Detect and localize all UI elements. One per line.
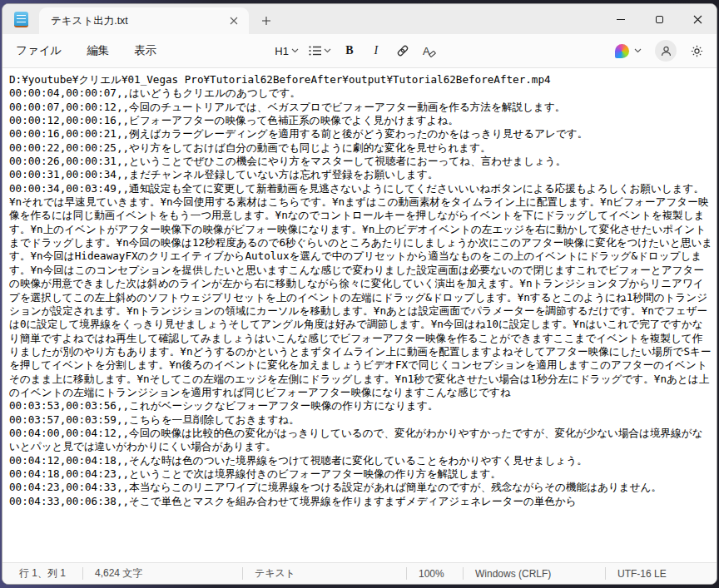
chevron-down-icon bbox=[291, 48, 299, 53]
status-doc-type: テキスト bbox=[243, 563, 406, 584]
minimize-icon bbox=[617, 19, 625, 20]
menu-toolbar: ファイル 編集 表示 H1 B I bbox=[2, 34, 717, 68]
close-icon bbox=[693, 15, 702, 24]
svg-text:A: A bbox=[423, 45, 430, 57]
bullet-list-icon bbox=[309, 46, 321, 56]
tab-title: テキスト出力.txt bbox=[51, 14, 226, 28]
notepad-app-icon bbox=[14, 12, 28, 27]
status-bar: 行 1、列 1 4,624 文字 テキスト 100% Windows (CRLF… bbox=[2, 562, 717, 584]
clear-formatting-icon: A bbox=[422, 44, 436, 58]
bold-button[interactable]: B bbox=[338, 39, 361, 62]
status-cursor-position: 行 1、列 1 bbox=[2, 563, 82, 584]
clear-formatting-button[interactable]: A bbox=[418, 39, 441, 62]
italic-label: I bbox=[374, 44, 379, 57]
link-icon bbox=[395, 43, 410, 58]
maximize-button[interactable] bbox=[640, 4, 678, 34]
tab-text-output[interactable]: テキスト出力.txt bbox=[39, 7, 249, 34]
status-encoding[interactable]: UTF-16 LE bbox=[606, 563, 717, 584]
heading-style-label: H1 bbox=[275, 45, 289, 57]
copilot-button[interactable] bbox=[610, 41, 647, 62]
editor-text[interactable]: D:¥youtube¥クリエル¥01_Vegas Pro¥Tutorial62B… bbox=[9, 73, 713, 508]
tab-bar: テキスト出力.txt bbox=[2, 4, 717, 34]
insert-link-button[interactable] bbox=[391, 39, 414, 62]
tab-close-icon[interactable] bbox=[226, 12, 242, 29]
heading-style-button[interactable]: H1 bbox=[271, 39, 302, 62]
account-button[interactable] bbox=[655, 40, 677, 62]
editor-area[interactable]: D:¥youtube¥クリエル¥01_Vegas Pro¥Tutorial62B… bbox=[2, 68, 717, 562]
close-button[interactable] bbox=[678, 4, 717, 34]
menu-view[interactable]: 表示 bbox=[126, 38, 165, 63]
format-toolbar: H1 B I bbox=[271, 39, 441, 62]
status-line-ending[interactable]: Windows (CRLF) bbox=[464, 563, 605, 584]
chevron-down-icon bbox=[634, 48, 642, 53]
bold-label: B bbox=[345, 44, 353, 57]
status-zoom-level[interactable]: 100% bbox=[407, 563, 463, 584]
gear-icon bbox=[690, 44, 704, 58]
chevron-down-icon bbox=[324, 48, 331, 53]
settings-button[interactable] bbox=[685, 39, 708, 62]
italic-button[interactable]: I bbox=[364, 39, 388, 62]
window-controls bbox=[602, 4, 717, 34]
menu-file[interactable]: ファイル bbox=[7, 38, 70, 63]
notepad-window: テキスト出力.txt ファイル 編集 表示 H1 bbox=[2, 3, 717, 585]
maximize-icon bbox=[656, 16, 663, 23]
person-icon bbox=[661, 46, 672, 57]
list-style-button[interactable] bbox=[305, 39, 335, 62]
copilot-icon bbox=[615, 44, 629, 58]
new-tab-button[interactable] bbox=[255, 10, 277, 32]
app-icon-container bbox=[2, 4, 39, 34]
minimize-button[interactable] bbox=[602, 4, 640, 34]
status-char-count: 4,624 文字 bbox=[83, 563, 242, 584]
menu-edit[interactable]: 編集 bbox=[78, 38, 117, 63]
toolbar-right-group bbox=[610, 39, 708, 62]
